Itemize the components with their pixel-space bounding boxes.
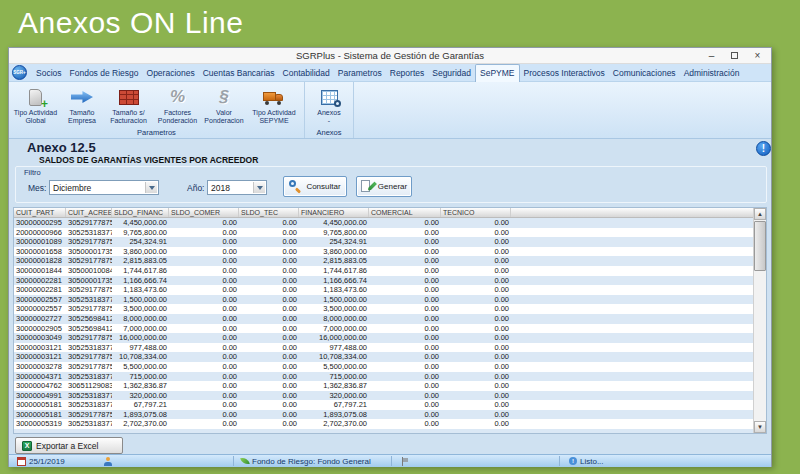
menu-item-contabilidad[interactable]: Contabilidad [279, 65, 334, 81]
flag-icon [401, 457, 409, 466]
table-cell: 30000002557 [14, 304, 66, 314]
table-cell: 0.00 [369, 256, 441, 266]
status-date-panel: 25/1/2019 [17, 455, 65, 467]
table-row[interactable]: 300000031213052917787510,708,334.000.000… [14, 352, 753, 362]
generar-button[interactable]: Generar [356, 176, 412, 197]
menu-item-parametros[interactable]: Parametros [334, 65, 386, 81]
table-cell: 0.00 [441, 333, 511, 343]
table-cell: 0.00 [169, 218, 239, 228]
ribbon-button-valor-ponderacion[interactable]: § Valor Ponderacion [202, 84, 246, 126]
anio-dropdown[interactable]: 2018 [207, 180, 267, 195]
scroll-down-icon[interactable]: ▼ [754, 421, 766, 433]
table-row[interactable]: 30000002727305256984128,000,000.000.000.… [14, 314, 753, 324]
table-cell: 0.00 [239, 381, 299, 391]
table-row[interactable]: 30000002557305291778753,500,000.000.000.… [14, 304, 753, 314]
column-header[interactable]: FINANCIERO [299, 208, 369, 217]
table-cell: 0.00 [239, 256, 299, 266]
ribbon-button-anexos[interactable]: Anexos - [307, 84, 351, 126]
column-header[interactable]: CUIT_PART [14, 208, 66, 217]
table-cell: 1,500,000.00 [299, 295, 369, 305]
menu-item-procesos-interactivos[interactable]: Procesos Interactivos [520, 65, 609, 81]
results-grid: CUIT_PARTCUIT_ACREE...SLDO_FINANCSLDO_CO… [13, 207, 767, 434]
table-row[interactable]: 30000003278305291778755,500,000.000.000.… [14, 362, 753, 372]
info-icon[interactable]: ! [756, 141, 771, 156]
table-row[interactable]: 3000000108930529177875254,324.910.000.00… [14, 237, 753, 247]
table-row[interactable]: 300000030493052917787516,000,000.000.000… [14, 333, 753, 343]
status-fondo-panel: Fondo de Riesgo: Fondo General [241, 455, 371, 467]
scrollbar-thumb[interactable] [754, 221, 766, 271]
ribbon-button-tamano-facturacion[interactable]: Tamaño s/ Facturacion [104, 84, 153, 126]
window-titlebar[interactable]: SGRPlus - Sistema de Gestión de Garantía… [9, 48, 771, 64]
truck-icon [246, 85, 302, 109]
table-cell: 30525318377 [66, 295, 112, 305]
table-cell: 30525318377 [66, 228, 112, 238]
ribbon-group-label-anexos: Anexos [305, 127, 353, 138]
table-cell: 3,860,000.00 [299, 247, 369, 257]
ribbon-button-tipo-actividad-sepyme[interactable]: Tipo Actividad SEPYME [246, 84, 302, 126]
consultar-button[interactable]: Consultar [283, 176, 347, 197]
window-title: SGRPlus - Sistema de Gestión de Garantía… [9, 48, 771, 63]
mes-dropdown[interactable]: Diciembre [49, 180, 159, 195]
table-row[interactable]: 30000004762306511290831,362,836.870.000.… [14, 381, 753, 391]
close-button[interactable]: × [746, 49, 769, 63]
ribbon-button-label: Global [25, 117, 45, 125]
status-bar: 25/1/2019 Fondo de Riesgo: Fondo General… [9, 454, 771, 467]
table-cell: 30000004762 [14, 381, 66, 391]
table-row[interactable]: 20000000966305253183779,765,800.000.000.… [14, 228, 753, 238]
table-row[interactable]: 30000000295305291778754,450,000.000.000.… [14, 218, 753, 228]
page-subtitle: SALDOS DE GARANTÍAS VIGENTES POR ACREEDO… [39, 155, 258, 165]
table-cell: 30529177875 [66, 218, 112, 228]
table-row[interactable]: 3000000499130525318377320,000.000.000.00… [14, 391, 753, 401]
column-header[interactable]: COMERCIAL [369, 208, 441, 217]
table-cell: 30000003121 [14, 352, 66, 362]
column-header[interactable]: SLDO_TEC [239, 208, 299, 217]
table-row[interactable]: 30000002905305256984127,000,000.000.000.… [14, 324, 753, 334]
table-cell: 67,797.21 [112, 400, 169, 410]
column-header[interactable]: TECNICO [441, 208, 511, 217]
menu-item-operaciones[interactable]: Operaciones [143, 65, 199, 81]
maximize-button[interactable] [723, 49, 746, 63]
menu-item-cuentas-bancarias[interactable]: Cuentas Bancarias [199, 65, 279, 81]
table-row[interactable]: 30000002281305291778751,183,473.600.000.… [14, 285, 753, 295]
pencil-document-icon [361, 180, 374, 193]
column-header[interactable]: SLDO_FINANC [112, 208, 169, 217]
exportar-excel-button[interactable]: X Exportar a Excel [15, 437, 123, 454]
table-row[interactable]: 30000001844305000100841,744,617.860.000.… [14, 266, 753, 276]
table-cell: 320,000.00 [112, 391, 169, 401]
table-cell: 0.00 [441, 391, 511, 401]
table-row[interactable]: 30000002281305000017351,166,666.740.000.… [14, 276, 753, 286]
menu-item-sepyme[interactable]: SePYME [475, 64, 520, 82]
column-header[interactable]: SLDO_COMER [169, 208, 239, 217]
ribbon-button-tamano-empresa[interactable]: Tamaño Empresa [60, 84, 104, 126]
table-row[interactable]: 3000000437130525318377715,000.000.000.00… [14, 372, 753, 382]
vertical-scrollbar[interactable]: ▲ ▼ [753, 208, 766, 433]
table-row[interactable]: 30000005319305253183772,702,370.000.000.… [14, 419, 753, 429]
table-cell: 0.00 [239, 304, 299, 314]
table-cell: 715,000.00 [112, 372, 169, 382]
menu-item-reportes[interactable]: Reportes [386, 65, 429, 81]
table-row[interactable]: 300000051813052531837767,797.210.000.006… [14, 400, 753, 410]
table-cell: 0.00 [169, 228, 239, 238]
table-row-partial[interactable] [14, 429, 753, 433]
ribbon-button-tipo-actividad-global[interactable]: + Tipo Actividad Global [11, 84, 60, 126]
table-cell: 0.00 [369, 314, 441, 324]
table-cell: 0.00 [441, 247, 511, 257]
table-cell: 1,893,075.08 [112, 410, 169, 420]
menu-item-socios[interactable]: Socios [32, 65, 66, 81]
minimize-button[interactable]: – [700, 49, 723, 63]
table-row[interactable]: 30000002557305253183771,500,000.000.000.… [14, 295, 753, 305]
table-row[interactable]: 3000000312130525318377977,488.000.000.00… [14, 343, 753, 353]
table-row[interactable]: 30000001658305000017353,860,000.000.000.… [14, 247, 753, 257]
menu-item-comunicaciones[interactable]: Comunicaciones [609, 65, 680, 81]
menu-item-fondos-de-riesgo[interactable]: Fondos de Riesgo [66, 65, 143, 81]
scroll-up-icon[interactable]: ▲ [754, 208, 766, 220]
table-cell: 0.00 [239, 276, 299, 286]
table-cell: 977,488.00 [299, 343, 369, 353]
menu-item-administraci-n[interactable]: Administración [680, 65, 744, 81]
table-row[interactable]: 30000005181305291778751,893,075.080.000.… [14, 410, 753, 420]
ribbon-button-factores-ponderacion[interactable]: % Factores Ponderación [153, 84, 202, 126]
table-row[interactable]: 30000001828305291778752,815,883.050.000.… [14, 256, 753, 266]
table-cell: 16,000,000.00 [112, 333, 169, 343]
column-header[interactable]: CUIT_ACREE... [66, 208, 112, 217]
menu-item-seguridad[interactable]: Seguridad [428, 65, 475, 81]
